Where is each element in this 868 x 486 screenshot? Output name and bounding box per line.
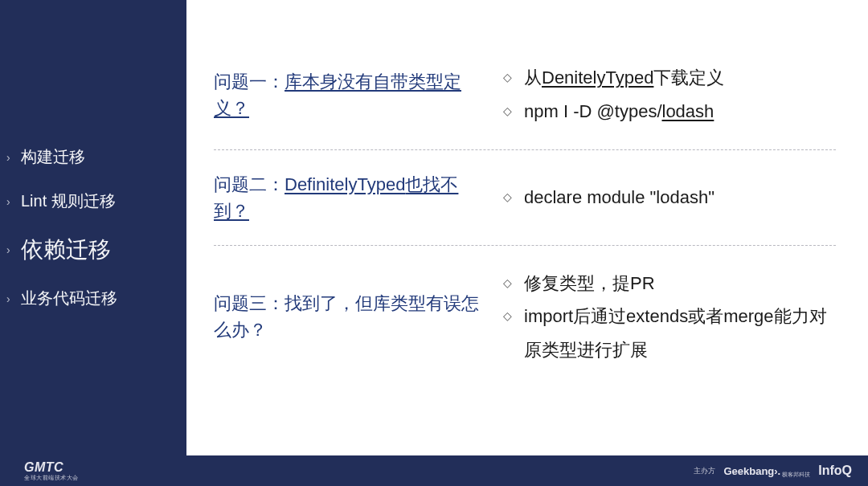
chevron-right-icon: › xyxy=(6,243,16,256)
a-ul: lodash xyxy=(662,101,714,121)
sidebar-item-business: › 业务代码迁移 xyxy=(6,288,186,309)
sponsor-geekbang-sub: 极客邦科技 xyxy=(782,471,810,479)
organizer-label: 主办方 xyxy=(694,466,715,476)
main-area: › 构建迁移 › Lint 规则迁移 › 依赖迁移 › 业务代码迁移 问题一：库… xyxy=(0,0,868,455)
answer-item: import后通过extends或者merge能力对原类型进行扩展 xyxy=(503,300,836,367)
a-pre: import后通过extends或者merge能力对原类型进行扩展 xyxy=(524,306,827,360)
answer-item: npm I -D @types/lodash xyxy=(503,95,836,129)
sidebar-item-lint: › Lint 规则迁移 xyxy=(6,190,186,212)
a-pre: 修复类型，提PR xyxy=(524,273,655,293)
answers-1: 从DenitelyTyped下载定义 npm I -D @types/lodas… xyxy=(503,61,836,129)
chevron-right-icon: › xyxy=(6,151,16,164)
sidebar-item-label: 依赖迁移 xyxy=(21,235,111,265)
content: 问题一：库本身没有自带类型定义？ 从DenitelyTyped下载定义 npm … xyxy=(186,0,868,455)
sidebar-item-deps: › 依赖迁移 xyxy=(6,235,186,265)
question-row-1: 问题一：库本身没有自带类型定义？ 从DenitelyTyped下载定义 npm … xyxy=(214,40,836,149)
brand-logo: GMTC xyxy=(24,461,79,474)
answer-item: declare module "lodash" xyxy=(503,181,836,214)
a-pre: 从 xyxy=(524,67,542,88)
footer: GMTC 全球大前端技术大会 主办方 Geekbang›. 极客邦科技 Info… xyxy=(0,455,868,486)
chevron-right-icon: › xyxy=(6,195,16,208)
question-2: 问题二：DefinitelyTyped也找不到？ xyxy=(214,171,503,224)
brand-subtitle: 全球大前端技术大会 xyxy=(24,475,79,480)
chevron-right-icon: › xyxy=(6,292,16,305)
answers-2: declare module "lodash" xyxy=(503,181,836,214)
answers-3: 修复类型，提PR import后通过extends或者merge能力对原类型进行… xyxy=(503,267,836,367)
a-pre: npm I -D @types/ xyxy=(524,101,662,121)
answer-item: 从DenitelyTyped下载定义 xyxy=(503,61,836,95)
question-1: 问题一：库本身没有自带类型定义？ xyxy=(214,68,503,121)
footer-left: GMTC 全球大前端技术大会 xyxy=(24,461,79,480)
q-prefix: 问题一： xyxy=(214,71,285,92)
sponsor-geekbang: Geekbang›. xyxy=(723,465,780,477)
question-row-2: 问题二：DefinitelyTyped也找不到？ declare module … xyxy=(214,149,836,245)
sponsor-infoq: InfoQ xyxy=(818,464,852,478)
a-ul: DenitelyTyped xyxy=(542,67,653,88)
q-prefix: 问题三： xyxy=(214,293,285,313)
q-ul: DefinitelyTyped xyxy=(285,174,405,194)
sidebar: › 构建迁移 › Lint 规则迁移 › 依赖迁移 › 业务代码迁移 xyxy=(0,0,186,455)
answer-item: 修复类型，提PR xyxy=(503,267,836,300)
q-prefix: 问题二： xyxy=(214,174,285,194)
sidebar-item-build: › 构建迁移 xyxy=(6,146,186,168)
question-row-3: 问题三：找到了，但库类型有误怎么办？ 修复类型，提PR import后通过ext… xyxy=(214,245,836,388)
footer-right: 主办方 Geekbang›. 极客邦科技 InfoQ xyxy=(694,463,852,479)
a-post: 下载定义 xyxy=(653,67,724,88)
sidebar-item-label: Lint 规则迁移 xyxy=(21,190,116,212)
a-pre: declare module "lodash" xyxy=(524,187,714,207)
sidebar-item-label: 构建迁移 xyxy=(21,146,85,168)
sidebar-item-label: 业务代码迁移 xyxy=(21,288,117,309)
question-3: 问题三：找到了，但库类型有误怎么办？ xyxy=(214,290,503,343)
